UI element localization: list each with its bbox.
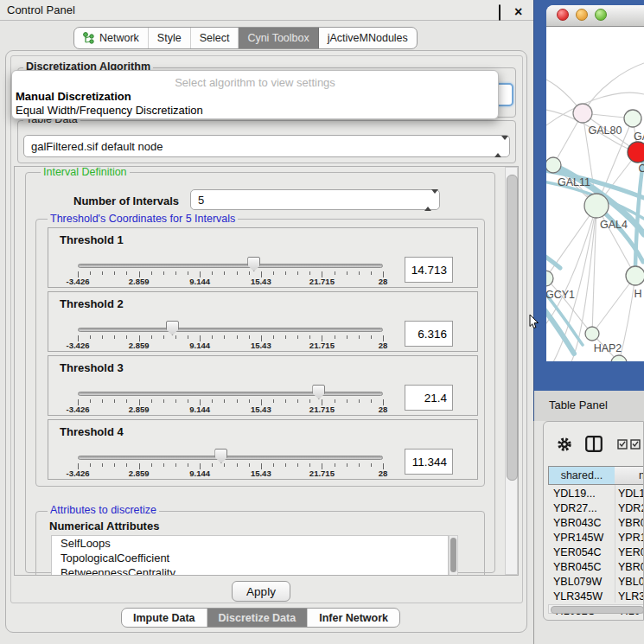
popup-option-manual-discretization[interactable]: Manual Discretization <box>16 90 131 103</box>
cell-name: YER0 <box>618 545 644 560</box>
tab-cyni-toolbox[interactable]: Cyni Toolbox <box>239 28 318 48</box>
minor-tick <box>249 463 250 467</box>
minor-tick <box>347 271 348 275</box>
apply-button-label: Apply <box>246 585 276 598</box>
cell-shared-name: YBR043C <box>553 516 602 531</box>
cell-name: YBR0 <box>618 560 644 575</box>
minor-tick <box>371 271 372 275</box>
node-top-right[interactable] <box>624 110 641 127</box>
gear-icon[interactable] <box>557 437 572 452</box>
node-hap2[interactable] <box>585 327 599 341</box>
table-row[interactable]: YBR045CYBR0 <box>548 560 644 575</box>
table-row[interactable]: YPR145WYPR1 <box>548 531 644 545</box>
threshold-slider-thumb[interactable] <box>247 257 260 271</box>
minor-tick <box>90 271 91 275</box>
control-panel-tabs: NetworkStyleSelectCyni ToolboxjActiveMNo… <box>73 27 418 49</box>
network-edge[interactable] <box>592 276 635 334</box>
table-panel-title: Table Panel <box>549 399 608 411</box>
numerical-attributes-list[interactable]: SelfLoopsTopologicalCoefficientBetweenne… <box>51 535 449 576</box>
minor-tick <box>249 335 250 339</box>
tick-label: 2.859 <box>129 341 150 350</box>
minor-tick <box>90 463 91 467</box>
threshold-value-field[interactable]: 21.4 <box>405 385 453 411</box>
threshold-slider-thumb[interactable] <box>166 321 179 335</box>
tab-select[interactable]: Select <box>191 28 239 48</box>
threshold-slider-track[interactable] <box>78 392 383 396</box>
attribute-list-item[interactable]: BetweennessCentrality <box>52 565 448 576</box>
minor-tick <box>359 399 360 403</box>
minor-tick <box>273 335 274 339</box>
cell-shared-name: YDL19... <box>553 487 596 501</box>
select-columns-icon[interactable] <box>617 439 643 450</box>
tick-label: 9.144 <box>189 405 210 414</box>
threshold-value-field[interactable]: 6.316 <box>405 321 453 347</box>
minor-tick <box>188 335 188 339</box>
minor-tick <box>224 271 225 275</box>
attribute-list-item[interactable]: SelfLoops <box>52 536 448 551</box>
table-row[interactable]: YER054CYER0 <box>548 545 644 560</box>
threshold-slider-thumb[interactable] <box>312 385 325 399</box>
table-data-combobox[interactable]: galFiltered.sif default node <box>23 135 510 157</box>
node-h[interactable] <box>626 266 644 285</box>
attribute-list-item[interactable]: TopologicalCoefficient <box>52 551 448 565</box>
node-red-selected[interactable] <box>628 142 644 163</box>
network-edge-thick[interactable] <box>546 250 560 268</box>
minor-tick <box>285 399 286 403</box>
node-gal4[interactable] <box>584 194 609 218</box>
float-window-icon[interactable] <box>499 5 510 16</box>
attributes-list-scrollbar[interactable] <box>449 535 458 576</box>
bottom-tab-infer-network[interactable]: Infer Network <box>308 609 399 627</box>
network-edge[interactable] <box>583 63 644 113</box>
minor-tick <box>297 399 298 403</box>
tick-label: -3.426 <box>67 341 90 350</box>
tick-label: 21.715 <box>309 277 335 286</box>
threshold-slider-track[interactable] <box>78 328 383 332</box>
tab-label: jActiveMNodules <box>328 32 408 44</box>
tab-style[interactable]: Style <box>149 28 191 48</box>
threshold-slider-track[interactable] <box>78 456 383 460</box>
network-edge[interactable] <box>546 206 596 331</box>
cell-name: YBL0 <box>618 575 644 590</box>
node-gal11[interactable] <box>546 157 561 173</box>
minor-tick <box>273 399 274 403</box>
apply-button[interactable]: Apply <box>232 581 290 602</box>
network-canvas[interactable]: GAL80GACGAL11GAL4GCY1HHAP2 <box>546 27 644 361</box>
split-columns-icon[interactable] <box>585 436 603 452</box>
settings-scrollpane: Interval Definition Number of Intervals … <box>14 166 519 576</box>
cell-shared-name: YBL079W <box>553 575 602 590</box>
combo-stepper-icon <box>424 194 432 206</box>
network-node-label: GAL11 <box>558 176 590 188</box>
table-header-shared-name[interactable]: shared... <box>548 466 615 485</box>
close-icon[interactable]: × <box>514 4 526 16</box>
minimize-traffic-light[interactable] <box>576 9 588 21</box>
table-row[interactable]: YDL19...YDL1 <box>548 487 644 501</box>
node-gcy1[interactable] <box>546 271 553 286</box>
minor-tick <box>297 335 298 339</box>
network-edge[interactable] <box>546 206 596 278</box>
minor-tick <box>285 463 286 467</box>
network-node-label: GCY1 <box>546 289 575 301</box>
minor-tick <box>285 335 286 339</box>
table-row[interactable]: YDR27...YDR2 <box>548 501 644 516</box>
tab-network[interactable]: Network <box>74 28 149 48</box>
number-of-intervals-combobox[interactable]: 5 <box>190 189 440 210</box>
popup-option-equal-width-frequency[interactable]: Equal Width/Frequency Discretization <box>16 104 203 117</box>
threshold-value-field[interactable]: 11.344 <box>405 449 453 475</box>
table-header-name[interactable]: n <box>615 466 644 485</box>
threshold-value-field[interactable]: 14.713 <box>405 257 453 283</box>
node-gal80[interactable] <box>573 104 592 123</box>
table-row[interactable]: YLR345WYLR3 <box>548 590 644 604</box>
tab-jactivemnodules[interactable]: jActiveMNodules <box>319 28 417 48</box>
table-row[interactable]: YBR043CYBR0 <box>548 516 644 531</box>
zoom-traffic-light[interactable] <box>595 9 607 21</box>
table-row[interactable]: YBL079WYBL0 <box>548 575 644 590</box>
tick-label: 2.859 <box>129 469 150 478</box>
settings-vertical-scrollbar[interactable] <box>505 167 518 575</box>
close-traffic-light[interactable] <box>557 9 569 21</box>
threshold-slider-track[interactable] <box>78 264 383 268</box>
bottom-tab-discretize-data[interactable]: Discretize Data <box>207 609 309 627</box>
threshold-slider-thumb[interactable] <box>214 449 227 463</box>
bottom-tab-impute-data[interactable]: Impute Data <box>122 609 207 627</box>
table-horizontal-scrollbar[interactable] <box>548 604 644 614</box>
combo-stepper-icon <box>494 140 502 152</box>
